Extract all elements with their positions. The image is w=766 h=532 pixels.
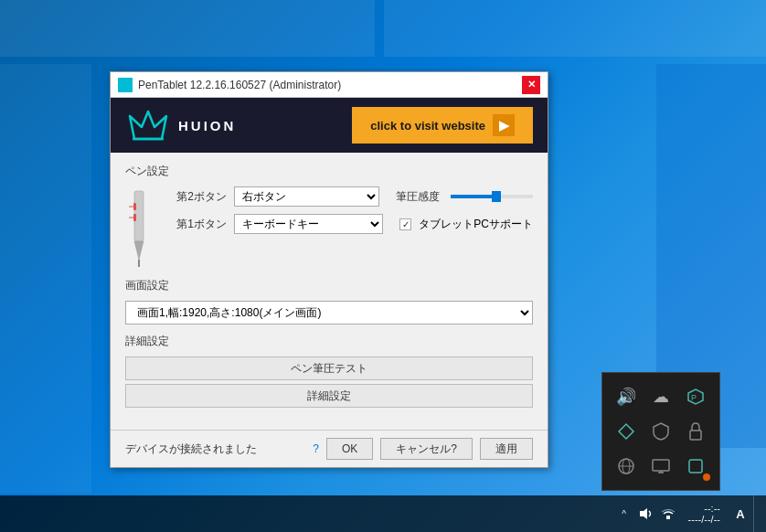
button1-label: 第1ボタン <box>167 217 227 232</box>
pen-left-controls: 第2ボタン 右ボタン 筆圧感度 第1ボタン <box>167 186 533 241</box>
taskbar-volume[interactable] <box>637 505 655 523</box>
help-button[interactable]: ? <box>313 442 319 455</box>
huion-logo-icon <box>125 107 171 144</box>
pressure-label: 筆圧感度 <box>396 189 440 205</box>
desktop-tile-1 <box>0 0 375 57</box>
tablet-pc-row: ✓ タブレットPCサポート <box>399 217 533 232</box>
dialog-footer: デバイスが接続されました ? OK キャンセル? 適用 <box>111 430 548 467</box>
taskbar-ime[interactable]: A <box>731 505 750 523</box>
systray-popup: 🔊 ☁ P <box>601 372 720 491</box>
svg-marker-12 <box>619 424 633 439</box>
apply-button[interactable]: 適用 <box>480 438 533 460</box>
taskbar-time: --:-- <box>688 503 720 514</box>
systray-popup-cloud[interactable]: ☁ <box>644 380 677 413</box>
systray-popup-lock[interactable] <box>679 415 712 448</box>
detail-section: 詳細設定 ペン筆圧テスト 詳細設定 <box>125 334 533 408</box>
svg-rect-13 <box>690 431 701 440</box>
arrow-icon: ▶ <box>493 114 515 136</box>
systray-popup-monitor[interactable] <box>644 450 677 483</box>
footer-status: デバイスが接続されました <box>125 442 257 457</box>
huion-logo-text: HUION <box>178 118 236 133</box>
visit-website-label: click to visit website <box>370 119 485 133</box>
taskbar-network[interactable] <box>659 505 677 523</box>
cancel-button[interactable]: キャンセル? <box>380 438 473 460</box>
pen-section: ペン設定 <box>125 164 533 269</box>
dialog-title-icon <box>118 78 133 92</box>
dialog-close-button[interactable]: ✕ <box>522 76 540 94</box>
desktop: PenTablet 12.2.16.160527 (Administrator)… <box>0 0 766 532</box>
svg-marker-0 <box>120 80 131 90</box>
button2-row: 第2ボタン 右ボタン 筆圧感度 <box>167 186 533 207</box>
systray-popup-diamond[interactable] <box>610 415 643 448</box>
screen-section-title: 画面設定 <box>125 278 533 293</box>
svg-rect-4 <box>133 203 136 210</box>
dialog-title-left: PenTablet 12.2.16.160527 (Administrator) <box>118 78 341 92</box>
dialog-titlebar: PenTablet 12.2.16.160527 (Administrator)… <box>111 72 548 98</box>
desktop-tile-2 <box>384 0 766 57</box>
taskbar: ^ --:-- ----/--/-- <box>0 495 766 532</box>
systray-popup-pen1[interactable]: P <box>679 380 712 413</box>
tablet-pc-checkbox[interactable]: ✓ <box>399 218 411 230</box>
systray-popup-shield[interactable] <box>644 415 677 448</box>
footer-buttons: ? OK キャンセル? 適用 <box>313 438 533 460</box>
svg-marker-1 <box>130 112 166 139</box>
pressure-slider[interactable] <box>451 195 533 198</box>
systray-popup-sound[interactable]: 🔊 <box>610 380 643 413</box>
huion-logo: HUION <box>125 107 236 144</box>
huion-header: HUION click to visit website ▶ <box>111 98 548 153</box>
pen-section-title: ペン設定 <box>125 164 533 179</box>
button2-select[interactable]: 右ボタン <box>234 186 379 207</box>
detail-section-title: 詳細設定 <box>125 334 533 349</box>
screen-select[interactable]: 画面1,幅:1920,高さ:1080(メイン画面) <box>125 301 533 325</box>
svg-rect-17 <box>653 460 669 471</box>
svg-rect-20 <box>689 460 702 473</box>
button1-row: 第1ボタン キーボードキー ✓ タブレットPCサポート <box>167 214 533 234</box>
taskbar-systray: ^ --:-- ----/--/-- <box>615 495 766 532</box>
taskbar-clock[interactable]: --:-- ----/--/-- <box>681 503 728 525</box>
svg-marker-22 <box>640 508 647 519</box>
svg-rect-23 <box>666 516 670 519</box>
tablet-pc-label: タブレットPCサポート <box>419 217 533 232</box>
ok-button[interactable]: OK <box>326 438 373 460</box>
visit-website-button[interactable]: click to visit website ▶ <box>352 107 533 144</box>
svg-text:P: P <box>691 393 697 402</box>
pressure-thumb <box>492 191 501 202</box>
screen-section: 画面設定 画面1,幅:1920,高さ:1080(メイン画面) <box>125 278 533 325</box>
desktop-tile-3 <box>0 64 91 494</box>
dialog-content: ペン設定 <box>111 153 548 430</box>
pen-illustration-svg <box>125 186 153 269</box>
taskbar-date: ----/--/-- <box>688 514 720 525</box>
svg-rect-6 <box>133 214 136 221</box>
dialog-window: PenTablet 12.2.16.160527 (Administrator)… <box>110 71 548 468</box>
dialog-title-text: PenTablet 12.2.16.160527 (Administrator) <box>138 79 341 91</box>
detail-settings-button[interactable]: 詳細設定 <box>125 384 533 408</box>
button2-label: 第2ボタン <box>167 189 227 205</box>
pen-illustration: 第2ボタン 右ボタン 筆圧感度 第1ボタン <box>125 186 533 269</box>
pressure-test-button[interactable]: ペン筆圧テスト <box>125 356 533 380</box>
taskbar-chevron[interactable]: ^ <box>615 505 633 523</box>
svg-marker-8 <box>134 241 144 260</box>
pressure-slider-fill <box>451 195 496 198</box>
taskbar-show-desktop[interactable] <box>753 495 759 532</box>
button1-select[interactable]: キーボードキー <box>234 214 383 234</box>
systray-popup-globe[interactable] <box>610 450 643 483</box>
systray-popup-huion-active[interactable] <box>679 450 712 483</box>
